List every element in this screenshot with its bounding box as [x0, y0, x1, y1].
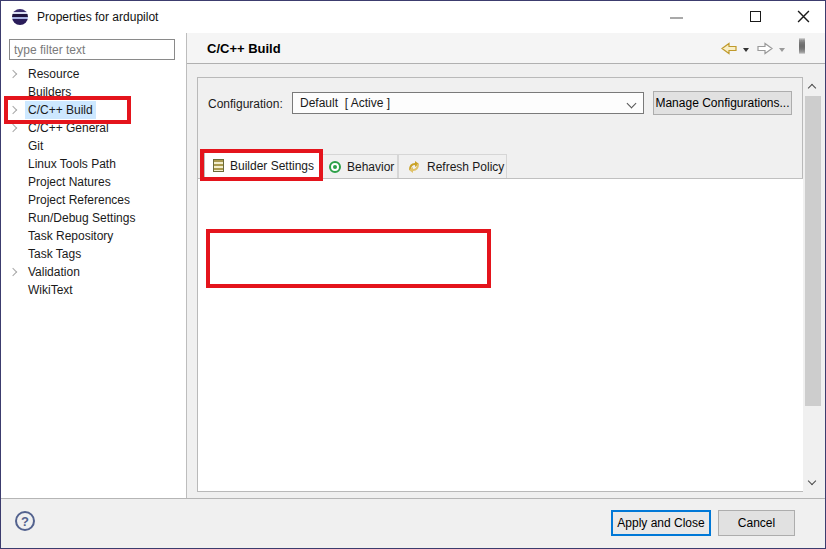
tree-item-linux-tools-path[interactable]: Linux Tools Path: [1, 155, 186, 173]
eclipse-icon: [12, 9, 28, 25]
vertical-scrollbar[interactable]: [804, 78, 822, 491]
configuration-label: Configuration:: [208, 97, 283, 111]
tree-item-run-debug-settings[interactable]: Run/Debug Settings: [1, 209, 186, 227]
manage-configurations-button[interactable]: Manage Configurations...: [653, 91, 792, 115]
scroll-down-icon[interactable]: [804, 474, 822, 491]
builder-settings-page: [198, 178, 803, 491]
tree-item-builders[interactable]: Builders: [1, 83, 186, 101]
maximize-icon: [750, 11, 761, 22]
close-button[interactable]: [787, 1, 819, 31]
chevron-right-icon[interactable]: [9, 106, 17, 114]
tab-builder-settings[interactable]: Builder Settings: [204, 151, 320, 179]
apply-and-close-button[interactable]: Apply and Close: [611, 510, 711, 536]
page-title: C/C++ Build: [207, 41, 281, 56]
refresh-policy-icon: [407, 160, 421, 174]
configuration-select[interactable]: Default [ Active ]: [292, 92, 644, 114]
tab-behavior[interactable]: Behavior: [320, 154, 398, 179]
properties-dialog: Properties for ardupilot Resource Builde…: [0, 0, 826, 549]
tree-item-wikitext[interactable]: WikiText: [1, 281, 186, 299]
maximize-button[interactable]: [741, 1, 771, 31]
titlebar: Properties for ardupilot: [1, 1, 825, 33]
dialog-footer: ? Apply and Close Cancel: [1, 498, 826, 549]
back-history-dropdown-icon[interactable]: [743, 48, 749, 52]
tree-item-resource[interactable]: Resource: [1, 65, 186, 83]
tree-item-task-repository[interactable]: Task Repository: [1, 227, 186, 245]
tree-item-project-natures[interactable]: Project Natures: [1, 173, 186, 191]
tree-item-validation[interactable]: Validation: [1, 263, 186, 281]
kebab-menu-icon[interactable]: [799, 39, 807, 53]
tree-item-task-tags[interactable]: Task Tags: [1, 245, 186, 263]
tree-item-git[interactable]: Git: [1, 137, 186, 155]
filter-input[interactable]: [9, 39, 175, 60]
page-header: C/C++ Build: [187, 33, 826, 64]
sidebar: Resource Builders C/C++ Build C/C++ Gene…: [1, 33, 186, 498]
forward-arrow-icon[interactable]: [757, 42, 773, 55]
forward-history-dropdown-icon[interactable]: [779, 48, 785, 52]
chevron-right-icon[interactable]: [9, 70, 17, 78]
chevron-right-icon[interactable]: [9, 124, 17, 132]
window-title: Properties for ardupilot: [37, 10, 158, 24]
tab-refresh-policy[interactable]: Refresh Policy: [398, 154, 507, 179]
help-icon[interactable]: ?: [15, 511, 35, 531]
builder-settings-icon: [213, 159, 224, 172]
chevron-down-icon: [627, 99, 637, 109]
tree-item-cpp-build[interactable]: C/C++ Build: [1, 101, 186, 119]
tree-item-cpp-general[interactable]: C/C++ General: [1, 119, 186, 137]
minimize-icon: [670, 17, 683, 19]
tree-item-project-references[interactable]: Project References: [1, 191, 186, 209]
back-arrow-icon[interactable]: [721, 42, 737, 55]
behavior-icon: [329, 161, 341, 173]
scrollbar-thumb[interactable]: [805, 96, 821, 406]
minimize-button[interactable]: [661, 1, 691, 31]
chevron-right-icon[interactable]: [9, 268, 17, 276]
close-icon: [797, 10, 810, 23]
scroll-up-icon[interactable]: [804, 78, 822, 95]
cancel-button[interactable]: Cancel: [718, 510, 795, 536]
